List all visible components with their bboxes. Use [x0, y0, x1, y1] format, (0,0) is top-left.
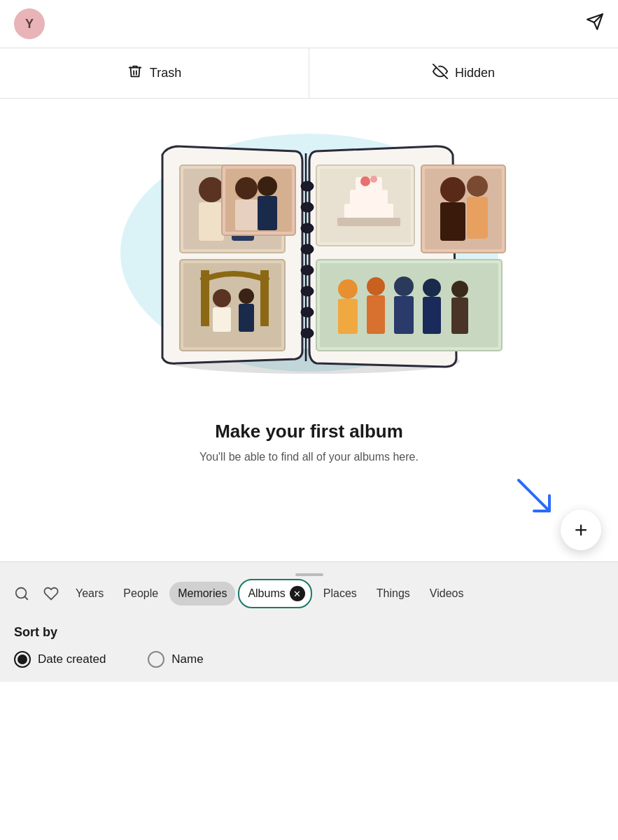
- svg-point-12: [301, 328, 314, 338]
- nav-places[interactable]: Places: [315, 582, 365, 606]
- svg-point-5: [301, 181, 314, 191]
- create-album-fab[interactable]: +: [561, 510, 601, 550]
- svg-rect-32: [239, 304, 254, 332]
- svg-point-22: [258, 176, 277, 196]
- avatar[interactable]: Y: [14, 8, 45, 39]
- trash-button[interactable]: Trash: [0, 48, 309, 98]
- svg-rect-17: [199, 202, 224, 241]
- svg-rect-46: [467, 197, 488, 239]
- svg-point-43: [440, 177, 465, 202]
- svg-point-39: [370, 176, 377, 183]
- nav-years[interactable]: Years: [67, 582, 112, 606]
- hidden-label: Hidden: [455, 66, 495, 80]
- album-book: [106, 113, 512, 379]
- svg-point-49: [338, 279, 358, 299]
- svg-point-38: [360, 176, 370, 186]
- sort-date-created[interactable]: Date created: [14, 651, 106, 668]
- svg-point-30: [239, 288, 254, 304]
- trash-icon: [127, 64, 143, 83]
- trash-label: Trash: [150, 66, 181, 80]
- svg-point-50: [367, 277, 385, 295]
- svg-point-15: [199, 177, 224, 202]
- svg-point-53: [451, 281, 468, 298]
- radio-name: [148, 651, 164, 668]
- svg-point-21: [235, 177, 258, 200]
- svg-rect-31: [213, 307, 231, 332]
- svg-point-6: [301, 202, 314, 212]
- search-nav-button[interactable]: [8, 582, 35, 606]
- svg-point-29: [213, 289, 231, 307]
- nav-items: Years People Memories Albums ✕ Places Th…: [8, 579, 610, 608]
- radio-date-outer: [14, 651, 31, 668]
- divider-pill: [295, 573, 323, 576]
- svg-point-10: [301, 286, 314, 296]
- svg-rect-40: [337, 218, 400, 226]
- radio-date-inner: [17, 654, 27, 664]
- svg-rect-36: [350, 190, 388, 205]
- heart-nav-button[interactable]: [38, 582, 64, 606]
- sort-options: Date created Name: [14, 651, 604, 668]
- svg-point-11: [301, 307, 314, 317]
- hidden-button[interactable]: Hidden: [309, 48, 618, 98]
- svg-point-51: [394, 276, 414, 296]
- hidden-icon: [433, 64, 448, 83]
- nav-memories[interactable]: Memories: [169, 582, 235, 606]
- sort-name-label: Name: [171, 652, 203, 666]
- sort-name[interactable]: Name: [148, 651, 203, 668]
- svg-rect-57: [423, 297, 441, 334]
- svg-rect-45: [440, 202, 465, 241]
- empty-state-subtitle: You'll be able to find all of your album…: [14, 451, 604, 463]
- fab-area: +: [0, 491, 618, 561]
- svg-rect-54: [338, 299, 358, 334]
- nav-things[interactable]: Things: [368, 582, 419, 606]
- svg-point-7: [301, 223, 314, 233]
- nav-people[interactable]: People: [115, 582, 167, 606]
- svg-point-8: [301, 244, 314, 254]
- sort-section: Sort by Date created Name: [0, 614, 618, 682]
- svg-line-61: [24, 596, 27, 599]
- nav-videos[interactable]: Videos: [421, 582, 472, 606]
- nav-albums-close[interactable]: ✕: [290, 586, 305, 601]
- svg-rect-58: [451, 298, 468, 334]
- svg-rect-56: [394, 296, 414, 334]
- svg-rect-24: [258, 196, 277, 230]
- svg-rect-23: [235, 200, 258, 230]
- sort-date-label: Date created: [38, 652, 106, 666]
- nav-albums[interactable]: Albums ✕: [238, 579, 311, 608]
- send-icon[interactable]: [586, 13, 604, 35]
- sort-title: Sort by: [14, 625, 604, 640]
- arrow-indicator: [513, 475, 555, 519]
- bottom-nav: Years People Memories Albums ✕ Places Th…: [0, 561, 618, 614]
- top-buttons: Trash Hidden: [0, 48, 618, 99]
- illustration-area: [0, 99, 618, 379]
- svg-rect-35: [344, 204, 393, 219]
- svg-point-9: [301, 265, 314, 275]
- svg-point-44: [467, 176, 488, 197]
- svg-rect-55: [367, 295, 385, 334]
- nav-albums-label: Albums: [248, 587, 285, 600]
- empty-state-title: Make your first album: [14, 421, 604, 442]
- header: Y: [0, 0, 618, 48]
- svg-point-52: [423, 279, 441, 297]
